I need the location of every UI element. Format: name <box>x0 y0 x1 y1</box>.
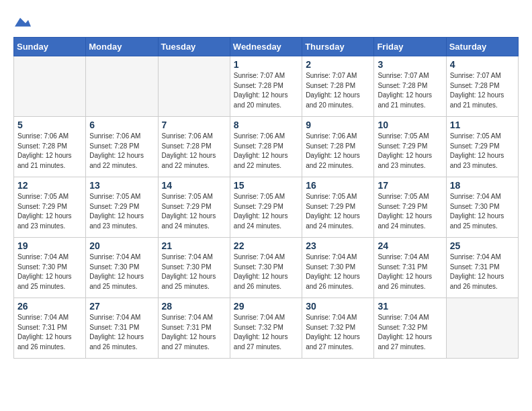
day-info: Sunrise: 7:05 AM Sunset: 7:29 PM Dayligh… <box>450 132 515 171</box>
week-row-4: 19Sunrise: 7:04 AM Sunset: 7:30 PM Dayli… <box>14 238 519 298</box>
calendar-cell: 18Sunrise: 7:04 AM Sunset: 7:30 PM Dayli… <box>446 177 518 238</box>
calendar-cell: 26Sunrise: 7:04 AM Sunset: 7:31 PM Dayli… <box>14 298 86 359</box>
day-number: 8 <box>234 120 298 130</box>
calendar-cell: 6Sunrise: 7:06 AM Sunset: 7:28 PM Daylig… <box>86 117 158 177</box>
day-info: Sunrise: 7:06 AM Sunset: 7:28 PM Dayligh… <box>17 132 82 171</box>
calendar-cell: 9Sunrise: 7:06 AM Sunset: 7:28 PM Daylig… <box>302 117 374 177</box>
day-info: Sunrise: 7:04 AM Sunset: 7:30 PM Dayligh… <box>162 253 226 291</box>
calendar-cell: 4Sunrise: 7:07 AM Sunset: 7:28 PM Daylig… <box>446 56 518 117</box>
day-info: Sunrise: 7:04 AM Sunset: 7:30 PM Dayligh… <box>234 253 298 291</box>
calendar-cell: 11Sunrise: 7:05 AM Sunset: 7:29 PM Dayli… <box>446 117 518 177</box>
calendar-cell: 14Sunrise: 7:05 AM Sunset: 7:29 PM Dayli… <box>158 177 230 238</box>
day-info: Sunrise: 7:05 AM Sunset: 7:29 PM Dayligh… <box>162 192 226 231</box>
calendar-cell: 5Sunrise: 7:06 AM Sunset: 7:28 PM Daylig… <box>14 117 86 177</box>
day-info: Sunrise: 7:06 AM Sunset: 7:28 PM Dayligh… <box>234 132 298 171</box>
calendar-cell: 10Sunrise: 7:05 AM Sunset: 7:29 PM Dayli… <box>374 117 446 177</box>
day-info: Sunrise: 7:06 AM Sunset: 7:28 PM Dayligh… <box>162 132 226 171</box>
day-number: 18 <box>450 180 515 191</box>
day-info: Sunrise: 7:05 AM Sunset: 7:29 PM Dayligh… <box>378 132 442 171</box>
day-number: 1 <box>234 59 298 70</box>
day-number: 7 <box>162 120 226 130</box>
calendar-cell: 20Sunrise: 7:04 AM Sunset: 7:30 PM Dayli… <box>86 238 158 298</box>
calendar-cell: 2Sunrise: 7:07 AM Sunset: 7:28 PM Daylig… <box>302 56 374 117</box>
day-number: 24 <box>378 240 442 251</box>
calendar-cell: 31Sunrise: 7:04 AM Sunset: 7:32 PM Dayli… <box>374 298 446 359</box>
day-number: 28 <box>162 301 226 312</box>
calendar-cell: 19Sunrise: 7:04 AM Sunset: 7:30 PM Dayli… <box>14 238 86 298</box>
col-header-monday: Monday <box>86 38 158 56</box>
calendar-cell: 13Sunrise: 7:05 AM Sunset: 7:29 PM Dayli… <box>86 177 158 238</box>
week-row-1: 1Sunrise: 7:07 AM Sunset: 7:28 PM Daylig… <box>14 56 519 117</box>
calendar-cell <box>158 56 230 117</box>
day-info: Sunrise: 7:06 AM Sunset: 7:28 PM Dayligh… <box>306 132 370 171</box>
day-info: Sunrise: 7:05 AM Sunset: 7:29 PM Dayligh… <box>17 192 82 231</box>
day-number: 6 <box>89 120 154 130</box>
day-number: 12 <box>17 180 82 191</box>
day-number: 30 <box>306 301 370 312</box>
day-info: Sunrise: 7:04 AM Sunset: 7:32 PM Dayligh… <box>378 313 442 352</box>
day-number: 31 <box>378 301 442 312</box>
day-number: 4 <box>450 59 515 70</box>
day-number: 11 <box>450 120 515 130</box>
day-number: 9 <box>306 120 370 130</box>
day-info: Sunrise: 7:07 AM Sunset: 7:28 PM Dayligh… <box>378 71 442 110</box>
calendar-cell: 23Sunrise: 7:04 AM Sunset: 7:30 PM Dayli… <box>302 238 374 298</box>
day-number: 20 <box>89 240 154 251</box>
day-number: 29 <box>234 301 298 312</box>
day-info: Sunrise: 7:04 AM Sunset: 7:32 PM Dayligh… <box>234 313 298 352</box>
calendar-cell: 25Sunrise: 7:04 AM Sunset: 7:31 PM Dayli… <box>446 238 518 298</box>
day-number: 15 <box>234 180 298 191</box>
calendar-cell: 28Sunrise: 7:04 AM Sunset: 7:31 PM Dayli… <box>158 298 230 359</box>
day-number: 5 <box>17 120 82 130</box>
day-number: 3 <box>378 59 442 70</box>
day-number: 27 <box>89 301 154 312</box>
day-number: 21 <box>162 240 226 251</box>
day-info: Sunrise: 7:04 AM Sunset: 7:30 PM Dayligh… <box>306 253 370 291</box>
day-info: Sunrise: 7:04 AM Sunset: 7:30 PM Dayligh… <box>89 253 154 291</box>
page-header <box>13 13 519 30</box>
day-info: Sunrise: 7:04 AM Sunset: 7:31 PM Dayligh… <box>378 253 442 291</box>
day-info: Sunrise: 7:04 AM Sunset: 7:30 PM Dayligh… <box>17 253 82 291</box>
day-info: Sunrise: 7:05 AM Sunset: 7:29 PM Dayligh… <box>89 192 154 231</box>
calendar-cell: 15Sunrise: 7:05 AM Sunset: 7:29 PM Dayli… <box>230 177 302 238</box>
calendar-cell: 27Sunrise: 7:04 AM Sunset: 7:31 PM Dayli… <box>86 298 158 359</box>
day-number: 13 <box>89 180 154 191</box>
calendar-cell: 21Sunrise: 7:04 AM Sunset: 7:30 PM Dayli… <box>158 238 230 298</box>
day-number: 22 <box>234 240 298 251</box>
calendar-cell <box>86 56 158 117</box>
logo <box>13 13 31 30</box>
calendar-cell: 3Sunrise: 7:07 AM Sunset: 7:28 PM Daylig… <box>374 56 446 117</box>
col-header-tuesday: Tuesday <box>158 38 230 56</box>
day-number: 10 <box>378 120 442 130</box>
day-number: 17 <box>378 180 442 191</box>
calendar-cell <box>446 298 518 359</box>
col-header-friday: Friday <box>374 38 446 56</box>
calendar-cell: 16Sunrise: 7:05 AM Sunset: 7:29 PM Dayli… <box>302 177 374 238</box>
day-number: 26 <box>17 301 82 312</box>
day-info: Sunrise: 7:04 AM Sunset: 7:31 PM Dayligh… <box>17 313 82 352</box>
calendar-cell: 29Sunrise: 7:04 AM Sunset: 7:32 PM Dayli… <box>230 298 302 359</box>
header-row: SundayMondayTuesdayWednesdayThursdayFrid… <box>14 38 519 56</box>
day-number: 14 <box>162 180 226 191</box>
week-row-2: 5Sunrise: 7:06 AM Sunset: 7:28 PM Daylig… <box>14 117 519 177</box>
day-number: 23 <box>306 240 370 251</box>
svg-marker-0 <box>15 18 31 27</box>
day-info: Sunrise: 7:06 AM Sunset: 7:28 PM Dayligh… <box>89 132 154 171</box>
day-number: 25 <box>450 240 515 251</box>
calendar-cell: 17Sunrise: 7:05 AM Sunset: 7:29 PM Dayli… <box>374 177 446 238</box>
day-info: Sunrise: 7:04 AM Sunset: 7:31 PM Dayligh… <box>162 313 226 352</box>
col-header-saturday: Saturday <box>446 38 518 56</box>
calendar-cell: 7Sunrise: 7:06 AM Sunset: 7:28 PM Daylig… <box>158 117 230 177</box>
calendar-cell <box>14 56 86 117</box>
day-info: Sunrise: 7:04 AM Sunset: 7:30 PM Dayligh… <box>450 192 515 231</box>
day-number: 16 <box>306 180 370 191</box>
calendar-cell: 30Sunrise: 7:04 AM Sunset: 7:32 PM Dayli… <box>302 298 374 359</box>
day-info: Sunrise: 7:04 AM Sunset: 7:31 PM Dayligh… <box>450 253 515 291</box>
col-header-sunday: Sunday <box>14 38 86 56</box>
day-info: Sunrise: 7:04 AM Sunset: 7:31 PM Dayligh… <box>89 313 154 352</box>
calendar-cell: 1Sunrise: 7:07 AM Sunset: 7:28 PM Daylig… <box>230 56 302 117</box>
day-info: Sunrise: 7:07 AM Sunset: 7:28 PM Dayligh… <box>306 71 370 110</box>
calendar-cell: 24Sunrise: 7:04 AM Sunset: 7:31 PM Dayli… <box>374 238 446 298</box>
week-row-3: 12Sunrise: 7:05 AM Sunset: 7:29 PM Dayli… <box>14 177 519 238</box>
day-number: 19 <box>17 240 82 251</box>
